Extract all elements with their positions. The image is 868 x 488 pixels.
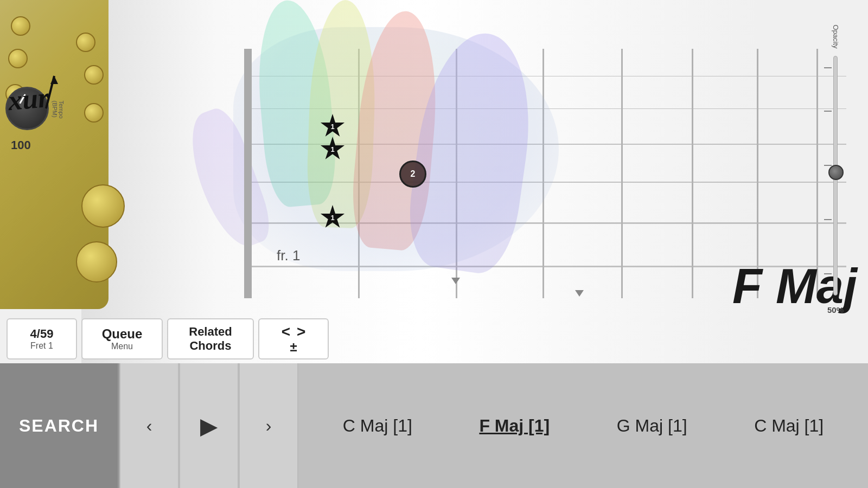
string-5 xyxy=(250,222,846,224)
brand-area: xur xyxy=(8,70,49,112)
queue-chord-1[interactable]: C Maj [1] xyxy=(332,410,423,441)
related-chords-button[interactable]: RelatedChords xyxy=(167,318,254,359)
slider-tick-4 xyxy=(824,219,832,220)
fret-counter-button[interactable]: 4/59 Fret 1 xyxy=(7,318,77,359)
fret-4 xyxy=(621,49,623,298)
fret-dot-1 xyxy=(451,278,460,284)
chord-queue: C Maj [1] F Maj [1] G Maj [1] C Maj [1] xyxy=(298,363,868,488)
next-button[interactable]: › xyxy=(239,363,298,488)
queue-sub-label: Menu xyxy=(111,342,133,351)
search-button[interactable]: SEARCH xyxy=(0,363,119,488)
fret-3 xyxy=(542,49,544,298)
opacity-slider-area[interactable]: Opacity 50% xyxy=(819,16,852,314)
tuning-peg-large-2 xyxy=(76,241,117,282)
opacity-value: 50% xyxy=(827,305,844,314)
fret-1 xyxy=(358,49,360,298)
opacity-label: Opacity xyxy=(831,24,839,48)
tuning-peg-large xyxy=(81,184,125,228)
finger-marker-3: 2 xyxy=(399,160,426,188)
fret-5 xyxy=(692,49,693,298)
tuning-peg xyxy=(84,65,104,85)
search-bar: SEARCH ‹ ▶ › C Maj [1] F Maj [1] G Maj [… xyxy=(0,363,868,488)
tuning-peg xyxy=(84,103,104,123)
slider-tick-5 xyxy=(824,273,832,274)
nav-arrows: < > xyxy=(282,324,306,339)
tempo-value: 100 xyxy=(11,138,31,152)
tuning-peg-l2 xyxy=(8,49,28,68)
play-icon: ▶ xyxy=(200,413,218,439)
nav-right-icon: > xyxy=(297,324,305,339)
tuning-peg xyxy=(76,33,95,52)
string-3 xyxy=(250,144,846,145)
nut xyxy=(244,49,252,298)
tuning-peg-l1 xyxy=(11,16,30,36)
prev-button[interactable]: ‹ xyxy=(119,363,179,488)
play-button[interactable]: ▶ xyxy=(179,363,239,488)
playback-controls: ‹ ▶ › xyxy=(119,363,298,488)
opacity-slider-track[interactable] xyxy=(833,56,838,296)
string-1 xyxy=(250,76,846,76)
next-icon: › xyxy=(266,416,272,436)
toolbar: 4/59 Fret 1 Queue Menu RelatedChords < >… xyxy=(0,314,380,363)
slider-tick-1 xyxy=(824,67,832,68)
string-2 xyxy=(250,108,846,109)
nav-button[interactable]: < > ± xyxy=(258,318,329,359)
related-chords-label: RelatedChords xyxy=(189,325,232,354)
fret-count-label: 4/59 xyxy=(30,327,54,341)
brand-logo: xur xyxy=(7,85,50,114)
queue-chord-2[interactable]: F Maj [1] xyxy=(468,410,560,441)
slider-tick-2 xyxy=(824,111,832,112)
opacity-slider-thumb[interactable] xyxy=(828,165,844,180)
prev-icon: ‹ xyxy=(146,416,152,436)
fret-label: fr. 1 xyxy=(277,247,300,264)
nav-plus-minus: ± xyxy=(290,341,297,354)
fret-2 xyxy=(456,49,457,298)
guitar-visualization: 1 1 2 1 fr. 1 Tempo(BPM) 100 xur F Maj O… xyxy=(0,0,868,363)
string-4 xyxy=(250,182,846,183)
queue-chord-3[interactable]: G Maj [1] xyxy=(606,410,698,441)
queue-button[interactable]: Queue Menu xyxy=(81,318,163,359)
queue-label: Queue xyxy=(102,326,143,342)
fret-sub-label: Fret 1 xyxy=(30,341,53,351)
svg-marker-1 xyxy=(50,76,58,84)
fret-dot-2 xyxy=(575,290,584,297)
slider-tick-3 xyxy=(824,165,832,166)
nav-left-icon: < xyxy=(282,324,290,339)
queue-chord-4[interactable]: C Maj [1] xyxy=(743,410,834,441)
